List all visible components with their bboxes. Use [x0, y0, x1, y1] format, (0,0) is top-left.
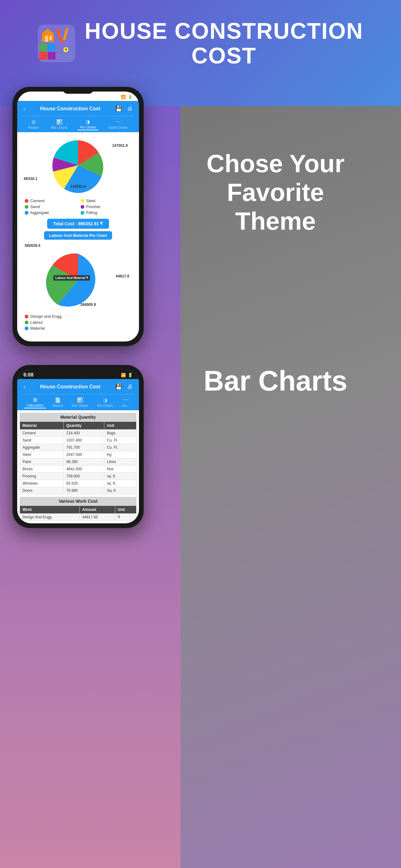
phone2-notch [63, 365, 94, 372]
work-table-body: Design And Engg. 44817.65 ₹ [20, 514, 136, 521]
legend-finisher: Finisher [80, 204, 132, 209]
pie2-bottom-value: 268905.9 [80, 303, 96, 307]
design-label: Design and Engg. [30, 314, 63, 319]
bar-charts-text: Bar Charts [204, 365, 347, 397]
mat-unit: Sq. ft [104, 487, 136, 494]
print-icon-2[interactable]: 🖨 [126, 382, 134, 392]
mat-unit: Cu. Ft. [104, 437, 136, 444]
mat-name: Paint [20, 458, 64, 466]
material-dot [25, 327, 28, 330]
tab-report-label-2: Report [53, 404, 63, 407]
aggregate-label: Aggregate [30, 210, 49, 215]
legend-aggregate: Aggregate [25, 210, 75, 215]
tab-pie-label-2: Pie Charts [97, 404, 113, 407]
mat-qty: 791.700 [64, 444, 104, 451]
save-icon-2[interactable]: 💾 [114, 382, 123, 392]
svg-rect-5 [48, 43, 56, 51]
finisher-dot [80, 205, 84, 209]
mat-qty: 4641.000 [64, 466, 104, 473]
mat-name: Sand [20, 437, 64, 444]
tab-calculation[interactable]: ⊞ Calculation [24, 396, 46, 408]
steel-label: Steel [86, 198, 96, 203]
total-cost-text: Total Cost : 896352.91 ₹ [54, 221, 103, 226]
table-row: Steel 2047.500 Kg [20, 451, 136, 458]
tab-calc-label: Calculation [27, 403, 43, 407]
time-1: 6:06 [24, 94, 33, 100]
table-row: Bricks 4641.000 Nos [20, 466, 136, 473]
app-logo: ₹ [38, 25, 75, 62]
table-row: Flooring 709.800 sq. ft. [20, 473, 136, 480]
table-section: Material Quantity Material Quantity Unit [17, 410, 139, 523]
ga-tab-icon: 〰 [123, 398, 128, 403]
pie-chart-2-section: 582629.4 Labour And Materi [22, 243, 134, 331]
labour-dot [25, 320, 28, 324]
table-row: Cement 218.400 Bags [20, 430, 136, 437]
mat-name: Windows [20, 480, 64, 487]
mat-name: Aggregate [20, 444, 64, 451]
battery-icon-2: 🔋 [128, 373, 133, 377]
phone-nav-top-2: ‹ House Construction Cost 💾 🖨 [22, 382, 134, 392]
tab-pie-charts-2[interactable]: ◑ Pie Charts [95, 397, 115, 408]
nav-title-2: House Construction Cost [27, 384, 114, 390]
fitting-label: Fitting [86, 210, 97, 215]
tab-ga[interactable]: 〰 Ga... [120, 397, 132, 408]
legend-labour: Labour [25, 320, 132, 324]
tab-report-2[interactable]: 📄 Report [50, 397, 65, 408]
tagline-text: Chose Your Favorite Theme [162, 149, 389, 236]
tagline-section: Chose Your Favorite Theme [162, 87, 389, 236]
mat-unit: Bags [104, 430, 136, 437]
mat-qty: 709.800 [64, 473, 104, 480]
status-icons-2: 📶 🔋 [121, 373, 133, 377]
table-row: Sand 1037.400 Cu. Ft. [20, 437, 136, 444]
legend-fitting: Fitting [80, 210, 132, 215]
phone-tabs-1: ⊞ Report 📊 Bar Charts ◑ Pie Charts 〰 [22, 116, 134, 130]
print-icon[interactable]: 🖨 [126, 104, 134, 114]
phone-nav-bar-1: ‹ House Construction Cost 💾 🖨 ⊞ Report [17, 101, 139, 132]
svg-rect-3 [49, 36, 52, 40]
table-row: Paint 98.280 Litres [20, 458, 136, 466]
save-icon[interactable]: 💾 [114, 104, 123, 114]
phone-mockup-1: 6:06 📶 🔋 ‹ House Construction Cost 💾 [12, 87, 144, 346]
cement-dot [25, 199, 28, 203]
various-work-title: Various Work Cost [20, 497, 136, 505]
legend-sand: Sand [25, 204, 75, 209]
tagline-line2: Favorite [227, 178, 324, 206]
col-work: Work [20, 506, 80, 514]
chart-title-button[interactable]: Labour And Material Pie Chart [44, 231, 112, 240]
finisher-label: Finisher [86, 204, 101, 209]
tab-report[interactable]: ⊞ Report [26, 118, 41, 130]
tagline-line1: Chose Your [206, 150, 344, 178]
pie-chart-1-container: 147001.9 66330.1 110251.4 [22, 137, 134, 193]
total-cost-button[interactable]: Total Cost : 896352.91 ₹ [47, 219, 109, 229]
app-title: HOUSE CONSTRUCTION COST [85, 19, 363, 68]
status-icons-1: 📶 🔋 [121, 95, 133, 99]
back-icon[interactable]: ‹ [22, 104, 27, 114]
tab-gantt-charts[interactable]: 〰 Gantt Charts [106, 119, 130, 130]
phone-body-1: 147001.9 66330.1 110251.4 Cement Steel [17, 132, 139, 336]
material-quantity-title: Material Quantity [20, 413, 136, 422]
second-phone-section: 6:08 📶 🔋 ‹ House Construction Cost 💾 [0, 346, 401, 540]
tab-bar-charts[interactable]: 📊 Bar Charts [49, 118, 70, 130]
pie-chart-1-legend: Cement Steel Sand Finisher [22, 198, 134, 215]
back-icon-2[interactable]: ‹ [22, 382, 27, 392]
labour-label: Labour [30, 320, 43, 324]
nav-title-1: House Construction Cost [27, 106, 114, 112]
pie2-top-value: 582629.4 [22, 243, 134, 248]
tagline-line3: Theme [235, 207, 316, 235]
tab-pie-charts[interactable]: ◑ Pie Charts [77, 118, 98, 130]
legend-cement: Cement [25, 198, 75, 203]
wifi-icon: 📶 [121, 95, 126, 99]
time-2: 6:08 [24, 372, 33, 378]
mat-name: Bricks [20, 466, 64, 473]
bar-tab-icon: 📊 [56, 119, 63, 125]
chart-title-text: Labour And Material Pie Chart [49, 233, 107, 238]
svg-rect-2 [45, 36, 48, 42]
main-content: 6:06 📶 🔋 ‹ House Construction Cost 💾 [0, 87, 401, 346]
legend-design: Design and Engg. [25, 314, 132, 319]
gantt-tab-icon: 〰 [115, 119, 121, 125]
tab-pie-label: Pie Charts [80, 125, 96, 129]
phone-mockup-2: 6:08 📶 🔋 ‹ House Construction Cost 💾 [12, 365, 144, 528]
mat-name: Steel [20, 451, 64, 458]
bar-tab-icon-2: 📊 [77, 397, 83, 403]
tab-bar-charts-2[interactable]: 📊 Bar Charts [69, 397, 91, 408]
